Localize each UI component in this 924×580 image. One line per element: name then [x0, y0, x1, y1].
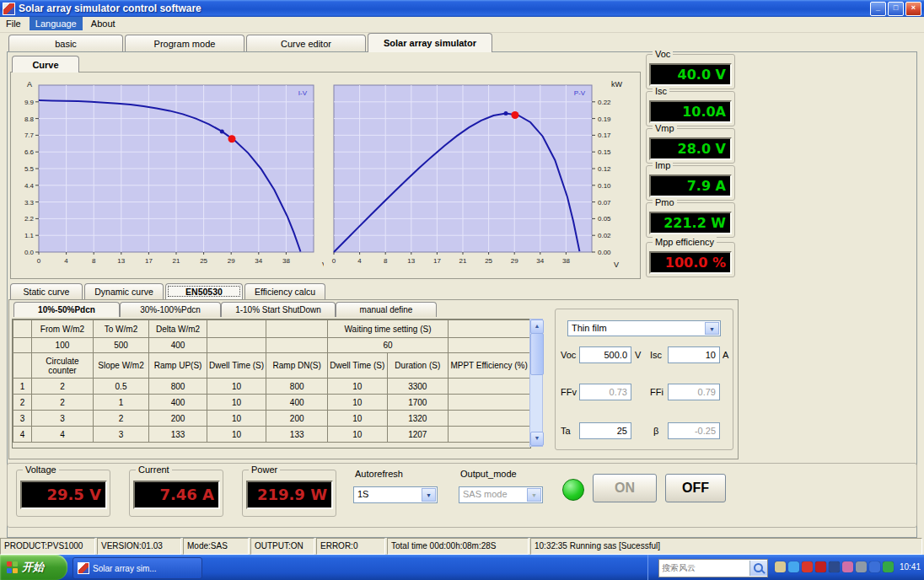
menu-language[interactable]: Language [30, 17, 83, 30]
table-cell[interactable]: 3300 [387, 379, 449, 395]
tab-manual-define[interactable]: manual define [336, 302, 437, 317]
table-cell[interactable]: 2 [32, 395, 94, 411]
maximize-icon[interactable]: □ [888, 2, 904, 16]
tab-en50530[interactable]: EN50530 [165, 283, 243, 299]
svg-text:6.6: 6.6 [24, 148, 35, 156]
taskbar-app-button[interactable]: Solar array sim... [73, 557, 202, 579]
tray-icon-9[interactable] [883, 561, 894, 572]
menu-file[interactable]: File [0, 17, 27, 30]
table-cell[interactable] [449, 411, 530, 427]
table-cell[interactable]: 400 [266, 395, 328, 411]
tab-curve[interactable]: Curve [12, 56, 79, 72]
on-button[interactable]: ON [593, 474, 657, 502]
voc-field[interactable] [579, 346, 631, 363]
svg-text:9.9: 9.9 [24, 99, 35, 106]
ffv-field-label: FFv [561, 387, 577, 397]
system-tray: 10:41 [647, 555, 924, 580]
table-cell[interactable]: 400 [149, 395, 207, 411]
voc-readout-group: Voc 40.0 V [646, 54, 735, 89]
table-cell[interactable]: 1 [93, 395, 149, 411]
table-cell[interactable]: 3 [93, 427, 149, 443]
table-cell[interactable]: 800 [149, 379, 207, 395]
row-number-cell: 2 [13, 395, 32, 411]
table-cell[interactable]: 2 [93, 411, 149, 427]
tray-icon-1[interactable] [775, 561, 786, 572]
table-cell[interactable]: 133 [266, 427, 328, 443]
table-cell[interactable]: 4 [32, 427, 94, 443]
tab-solar-array-simulator[interactable]: Solar array simulator [368, 33, 492, 52]
preset-dropdown[interactable]: Thin film ▼ [567, 320, 721, 336]
close-icon[interactable]: × [905, 2, 921, 16]
table-cell [449, 320, 530, 338]
table-scrollbar[interactable]: ▲ ▼ [529, 319, 543, 447]
current-meter-group: Current 7.46 A [129, 470, 223, 517]
tab-start-shutdown[interactable]: 1-10% Start ShutDown [221, 302, 336, 317]
tab-30-100-pdcn[interactable]: 30%-100%Pdcn [120, 302, 221, 317]
isc-field[interactable] [668, 346, 720, 363]
tray-icon-3[interactable] [802, 561, 813, 572]
minimize-icon[interactable]: _ [870, 2, 886, 16]
table-cell[interactable]: 800 [266, 379, 328, 395]
chevron-down-icon[interactable]: ▼ [705, 322, 719, 335]
scroll-up-icon[interactable]: ▲ [530, 320, 544, 334]
menu-about[interactable]: About [85, 17, 121, 30]
tray-icon-7[interactable] [856, 561, 867, 572]
table-cell[interactable] [449, 395, 530, 411]
table-row: 33220010200101320 [13, 411, 530, 427]
tab-program-mode[interactable]: Program mode [125, 35, 244, 52]
table-cell[interactable] [449, 427, 530, 443]
chevron-down-icon[interactable]: ▼ [422, 488, 436, 502]
autorefresh-dropdown[interactable]: 1S ▼ [353, 486, 438, 503]
start-label: 开始 [22, 560, 44, 575]
ffv-field [579, 384, 631, 400]
tab-basic[interactable]: basic [8, 35, 123, 52]
tab-curve-editor[interactable]: Curve editor [246, 35, 366, 52]
table-cell[interactable]: 133 [149, 427, 207, 443]
svg-text:0.00: 0.00 [598, 249, 611, 256]
tab-static-curve[interactable]: Static curve [10, 283, 83, 299]
search-input[interactable] [659, 564, 749, 573]
svg-text:8: 8 [384, 257, 388, 265]
tray-icon-8[interactable] [869, 561, 880, 572]
table-cell[interactable]: 1700 [387, 395, 449, 411]
table-cell[interactable]: 2 [32, 379, 94, 395]
tray-search-box[interactable] [658, 559, 768, 577]
table-cell[interactable]: 1207 [387, 427, 449, 443]
search-icon[interactable] [749, 561, 767, 576]
tab-dynamic-curve[interactable]: Dynamic curve [84, 283, 164, 299]
start-button[interactable]: 开始 [0, 555, 67, 580]
table-cell[interactable]: 10 [327, 379, 387, 395]
vmp-display: 28.0 V [649, 137, 732, 160]
off-button[interactable]: OFF [665, 474, 726, 502]
svg-text:21: 21 [173, 257, 180, 265]
ta-field[interactable] [579, 422, 631, 439]
scrollbar-thumb[interactable] [530, 333, 544, 375]
tab-10-50-pdcn[interactable]: 10%-50%Pdcn [13, 302, 120, 317]
table-cell[interactable]: 0.5 [93, 379, 149, 395]
table-cell[interactable]: 200 [149, 411, 207, 427]
table-header-cell [13, 353, 32, 379]
table-cell[interactable]: 10 [327, 427, 387, 443]
table-cell[interactable]: 3 [32, 411, 94, 427]
app-icon [78, 562, 89, 574]
tray-icon-5[interactable] [829, 561, 840, 572]
tray-icon-6[interactable] [842, 561, 853, 572]
table-cell[interactable]: 10 [207, 379, 266, 395]
table-cell[interactable] [449, 379, 530, 395]
table-cell[interactable]: 10 [207, 395, 266, 411]
status-running: 10:32:35 Running sas [Sucessful] [530, 538, 922, 555]
scroll-down-icon[interactable]: ▼ [530, 432, 544, 446]
table-cell[interactable]: 10 [207, 411, 266, 427]
svg-text:0: 0 [332, 257, 336, 265]
table-cell[interactable]: 200 [266, 411, 328, 427]
table-cell[interactable]: 10 [327, 411, 387, 427]
current-label: Current [136, 465, 172, 475]
tab-efficiency-calcu[interactable]: Efficiency calcu [244, 283, 325, 299]
tray-icon-4[interactable] [815, 561, 826, 572]
table-cell[interactable]: 10 [207, 427, 266, 443]
table-cell[interactable]: 10 [327, 395, 387, 411]
tray-icon-2[interactable] [788, 561, 799, 572]
svg-text:0.10: 0.10 [598, 182, 611, 190]
table-cell[interactable]: 1320 [387, 411, 449, 427]
voltage-meter-group: Voltage 29.5 V [16, 470, 110, 517]
